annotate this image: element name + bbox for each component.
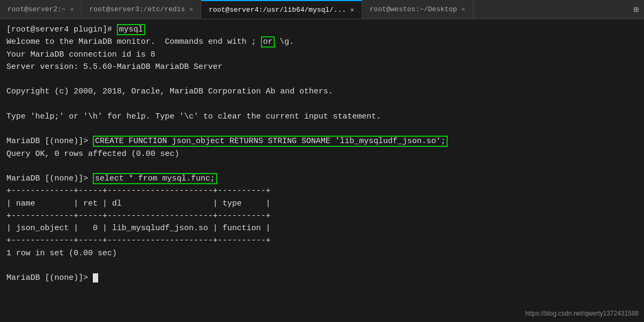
mysql-highlight: mysql	[117, 24, 145, 35]
line-server-version: Server version: 5.5.60-MariaDB MariaDB S…	[6, 61, 638, 73]
line-select: MariaDB [(none)]> select * from mysql.fu…	[6, 172, 638, 185]
line-prompt-mysql: [root@server4 plugin]# mysql	[6, 23, 638, 36]
line-rowcount: 1 row in set (0.00 sec)	[6, 247, 638, 260]
tab-server3-close[interactable]: ✕	[189, 5, 193, 13]
table-border2: +-------------+-----+-------------------…	[6, 210, 638, 222]
line-welcome: Welcome to the MariaDB monitor. Commands…	[6, 36, 638, 48]
tab-bar: root@server2:~ ✕ root@server3:/etc/redis…	[0, 0, 644, 19]
new-tab-icon[interactable]: ⊞	[633, 4, 639, 15]
table-border1: +-------------+-----+-------------------…	[6, 185, 638, 197]
line-blank3	[6, 123, 638, 135]
line-blank1	[6, 73, 638, 85]
or-highlight: or	[261, 36, 275, 48]
table-row1: | json_object | 0 | lib_mysqludf_json.so…	[6, 222, 638, 234]
line-blank2	[6, 98, 638, 111]
tab-server4-label: root@server4:/usr/lib64/mysql/...	[209, 6, 346, 14]
cursor-block	[93, 273, 98, 282]
line-blank4	[6, 160, 638, 172]
tab-westos[interactable]: root@westos:~/Desktop ✕	[362, 0, 473, 19]
tab-westos-label: root@westos:~/Desktop	[370, 5, 457, 13]
table-border3: +-------------+-----+-------------------…	[6, 234, 638, 247]
tab-server2-close[interactable]: ✕	[70, 5, 74, 13]
tab-server2[interactable]: root@server2:~ ✕	[0, 0, 82, 19]
tab-server3-label: root@server3:/etc/redis	[89, 5, 185, 13]
line-final-prompt: MariaDB [(none)]>	[6, 272, 638, 284]
select-highlight: select * from mysql.func;	[93, 173, 217, 184]
line-conn-id: Your MariaDB connection id is 8	[6, 49, 638, 61]
line-copyright: Copyright (c) 2000, 2018, Oracle, MariaD…	[6, 85, 638, 98]
tab-actions[interactable]: ⊞	[628, 0, 644, 19]
tab-westos-close[interactable]: ✕	[462, 5, 465, 13]
tab-server2-label: root@server2:~	[7, 5, 66, 13]
line-help: Type 'help;' or '\h' for help. Type '\c'…	[6, 111, 638, 123]
line-blank5	[6, 260, 638, 272]
tab-server4[interactable]: root@server4:/usr/lib64/mysql/... ✕	[201, 0, 362, 19]
prompt-text: [root@server4 plugin]#	[6, 25, 117, 34]
terminal: [root@server4 plugin]# mysql Welcome to …	[0, 19, 644, 322]
tab-server4-close[interactable]: ✕	[351, 6, 354, 14]
line-query-ok: Query OK, 0 rows affected (0.00 sec)	[6, 148, 638, 160]
url-bar: https://blog.csdn.net/qwerty1372431588	[525, 309, 639, 319]
table-header: | name | ret | dl | type |	[6, 198, 638, 210]
tab-server3[interactable]: root@server3:/etc/redis ✕	[82, 0, 201, 19]
create-func-highlight: CREATE FUNCTION json_object RETURNS STRI…	[93, 136, 448, 147]
line-create-func: MariaDB [(none)]> CREATE FUNCTION json_o…	[6, 135, 638, 147]
